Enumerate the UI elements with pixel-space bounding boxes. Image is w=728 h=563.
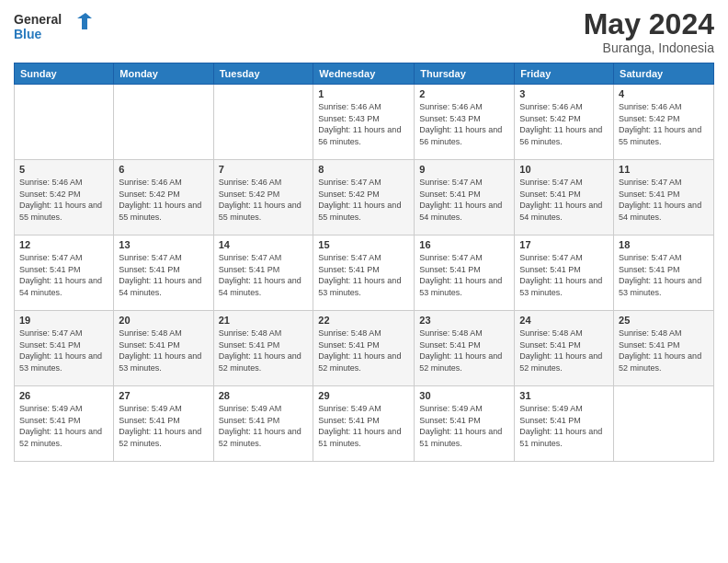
- table-row: 2Sunrise: 5:46 AM Sunset: 5:43 PM Daylig…: [415, 85, 515, 160]
- page: General Blue May 2024 Buranga, Indonesia…: [0, 0, 728, 563]
- table-row: 15Sunrise: 5:47 AM Sunset: 5:41 PM Dayli…: [313, 236, 415, 311]
- day-info: Sunrise: 5:47 AM Sunset: 5:41 PM Dayligh…: [519, 252, 609, 298]
- day-info: Sunrise: 5:48 AM Sunset: 5:41 PM Dayligh…: [119, 327, 208, 373]
- table-row: 11Sunrise: 5:47 AM Sunset: 5:41 PM Dayli…: [614, 160, 714, 236]
- col-thursday: Thursday: [415, 63, 515, 85]
- svg-text:General: General: [14, 12, 62, 27]
- day-info: Sunrise: 5:46 AM Sunset: 5:42 PM Dayligh…: [19, 177, 108, 223]
- day-info: Sunrise: 5:49 AM Sunset: 5:41 PM Dayligh…: [19, 403, 108, 449]
- table-row: 8Sunrise: 5:47 AM Sunset: 5:42 PM Daylig…: [313, 160, 415, 236]
- day-number: 28: [219, 390, 309, 401]
- table-row: 22Sunrise: 5:48 AM Sunset: 5:41 PM Dayli…: [313, 311, 415, 386]
- day-number: 30: [419, 390, 509, 401]
- table-row: 28Sunrise: 5:49 AM Sunset: 5:41 PM Dayli…: [213, 386, 313, 462]
- day-number: 9: [419, 164, 509, 175]
- day-info: Sunrise: 5:46 AM Sunset: 5:43 PM Dayligh…: [318, 101, 409, 147]
- table-row: 6Sunrise: 5:46 AM Sunset: 5:42 PM Daylig…: [114, 160, 213, 236]
- table-row: [15, 85, 114, 160]
- table-row: 12Sunrise: 5:47 AM Sunset: 5:41 PM Dayli…: [15, 236, 114, 311]
- table-row: [114, 85, 213, 160]
- table-row: [213, 85, 313, 160]
- day-number: 4: [619, 88, 709, 99]
- month-title: May 2024: [584, 9, 714, 39]
- day-number: 7: [219, 164, 309, 175]
- day-number: 21: [219, 315, 309, 326]
- day-number: 19: [19, 315, 108, 326]
- col-friday: Friday: [515, 63, 614, 85]
- day-number: 17: [519, 239, 609, 250]
- table-row: 18Sunrise: 5:47 AM Sunset: 5:41 PM Dayli…: [614, 236, 714, 311]
- day-number: 15: [318, 239, 409, 250]
- day-number: 27: [119, 390, 208, 401]
- day-info: Sunrise: 5:49 AM Sunset: 5:41 PM Dayligh…: [318, 403, 409, 449]
- day-info: Sunrise: 5:47 AM Sunset: 5:41 PM Dayligh…: [619, 177, 709, 223]
- table-row: 26Sunrise: 5:49 AM Sunset: 5:41 PM Dayli…: [15, 386, 114, 462]
- day-number: 29: [318, 390, 409, 401]
- svg-marker-2: [77, 13, 92, 29]
- day-number: 26: [19, 390, 108, 401]
- day-number: 13: [119, 239, 208, 250]
- day-info: Sunrise: 5:46 AM Sunset: 5:42 PM Dayligh…: [219, 177, 309, 223]
- day-info: Sunrise: 5:46 AM Sunset: 5:42 PM Dayligh…: [519, 101, 609, 147]
- table-row: 24Sunrise: 5:48 AM Sunset: 5:41 PM Dayli…: [515, 311, 614, 386]
- table-row: 17Sunrise: 5:47 AM Sunset: 5:41 PM Dayli…: [515, 236, 614, 311]
- day-info: Sunrise: 5:49 AM Sunset: 5:41 PM Dayligh…: [519, 403, 609, 449]
- week-row-4: 26Sunrise: 5:49 AM Sunset: 5:41 PM Dayli…: [15, 386, 714, 462]
- day-number: 6: [119, 164, 208, 175]
- col-saturday: Saturday: [614, 63, 714, 85]
- table-row: 4Sunrise: 5:46 AM Sunset: 5:42 PM Daylig…: [614, 85, 714, 160]
- table-row: 3Sunrise: 5:46 AM Sunset: 5:42 PM Daylig…: [515, 85, 614, 160]
- table-row: 27Sunrise: 5:49 AM Sunset: 5:41 PM Dayli…: [114, 386, 213, 462]
- day-number: 20: [119, 315, 208, 326]
- day-info: Sunrise: 5:48 AM Sunset: 5:41 PM Dayligh…: [519, 327, 609, 373]
- day-number: 8: [318, 164, 409, 175]
- day-info: Sunrise: 5:47 AM Sunset: 5:41 PM Dayligh…: [619, 252, 709, 298]
- table-row: 16Sunrise: 5:47 AM Sunset: 5:41 PM Dayli…: [415, 236, 515, 311]
- header: General Blue May 2024 Buranga, Indonesia: [14, 9, 714, 55]
- day-info: Sunrise: 5:47 AM Sunset: 5:41 PM Dayligh…: [19, 327, 108, 373]
- table-row: 23Sunrise: 5:48 AM Sunset: 5:41 PM Dayli…: [415, 311, 515, 386]
- day-info: Sunrise: 5:46 AM Sunset: 5:42 PM Dayligh…: [119, 177, 208, 223]
- day-info: Sunrise: 5:49 AM Sunset: 5:41 PM Dayligh…: [119, 403, 208, 449]
- day-info: Sunrise: 5:48 AM Sunset: 5:41 PM Dayligh…: [219, 327, 309, 373]
- col-monday: Monday: [114, 63, 213, 85]
- day-info: Sunrise: 5:46 AM Sunset: 5:42 PM Dayligh…: [619, 101, 709, 147]
- day-info: Sunrise: 5:49 AM Sunset: 5:41 PM Dayligh…: [219, 403, 309, 449]
- table-row: 21Sunrise: 5:48 AM Sunset: 5:41 PM Dayli…: [213, 311, 313, 386]
- day-info: Sunrise: 5:47 AM Sunset: 5:41 PM Dayligh…: [219, 252, 309, 298]
- calendar: Sunday Monday Tuesday Wednesday Thursday…: [14, 63, 714, 462]
- col-tuesday: Tuesday: [213, 63, 313, 85]
- title-area: May 2024 Buranga, Indonesia: [584, 9, 714, 55]
- logo-svg: General Blue: [14, 9, 92, 46]
- day-info: Sunrise: 5:47 AM Sunset: 5:41 PM Dayligh…: [119, 252, 208, 298]
- day-number: 12: [19, 239, 108, 250]
- col-wednesday: Wednesday: [313, 63, 415, 85]
- table-row: 20Sunrise: 5:48 AM Sunset: 5:41 PM Dayli…: [114, 311, 213, 386]
- day-number: 22: [318, 315, 409, 326]
- day-number: 31: [519, 390, 609, 401]
- week-row-0: 1Sunrise: 5:46 AM Sunset: 5:43 PM Daylig…: [15, 85, 714, 160]
- day-number: 14: [219, 239, 309, 250]
- location: Buranga, Indonesia: [584, 40, 714, 55]
- table-row: 10Sunrise: 5:47 AM Sunset: 5:41 PM Dayli…: [515, 160, 614, 236]
- day-info: Sunrise: 5:47 AM Sunset: 5:41 PM Dayligh…: [419, 177, 509, 223]
- header-row: Sunday Monday Tuesday Wednesday Thursday…: [15, 63, 714, 85]
- table-row: 31Sunrise: 5:49 AM Sunset: 5:41 PM Dayli…: [515, 386, 614, 462]
- day-number: 2: [419, 88, 509, 99]
- day-info: Sunrise: 5:47 AM Sunset: 5:41 PM Dayligh…: [19, 252, 108, 298]
- day-number: 18: [619, 239, 709, 250]
- day-info: Sunrise: 5:47 AM Sunset: 5:41 PM Dayligh…: [419, 252, 509, 298]
- week-row-1: 5Sunrise: 5:46 AM Sunset: 5:42 PM Daylig…: [15, 160, 714, 236]
- table-row: 19Sunrise: 5:47 AM Sunset: 5:41 PM Dayli…: [15, 311, 114, 386]
- table-row: 7Sunrise: 5:46 AM Sunset: 5:42 PM Daylig…: [213, 160, 313, 236]
- table-row: 9Sunrise: 5:47 AM Sunset: 5:41 PM Daylig…: [415, 160, 515, 236]
- table-row: 25Sunrise: 5:48 AM Sunset: 5:41 PM Dayli…: [614, 311, 714, 386]
- day-info: Sunrise: 5:48 AM Sunset: 5:41 PM Dayligh…: [318, 327, 409, 373]
- table-row: 13Sunrise: 5:47 AM Sunset: 5:41 PM Dayli…: [114, 236, 213, 311]
- day-number: 16: [419, 239, 509, 250]
- day-number: 24: [519, 315, 609, 326]
- table-row: 5Sunrise: 5:46 AM Sunset: 5:42 PM Daylig…: [15, 160, 114, 236]
- svg-text:Blue: Blue: [14, 27, 42, 41]
- col-sunday: Sunday: [15, 63, 114, 85]
- day-info: Sunrise: 5:49 AM Sunset: 5:41 PM Dayligh…: [419, 403, 509, 449]
